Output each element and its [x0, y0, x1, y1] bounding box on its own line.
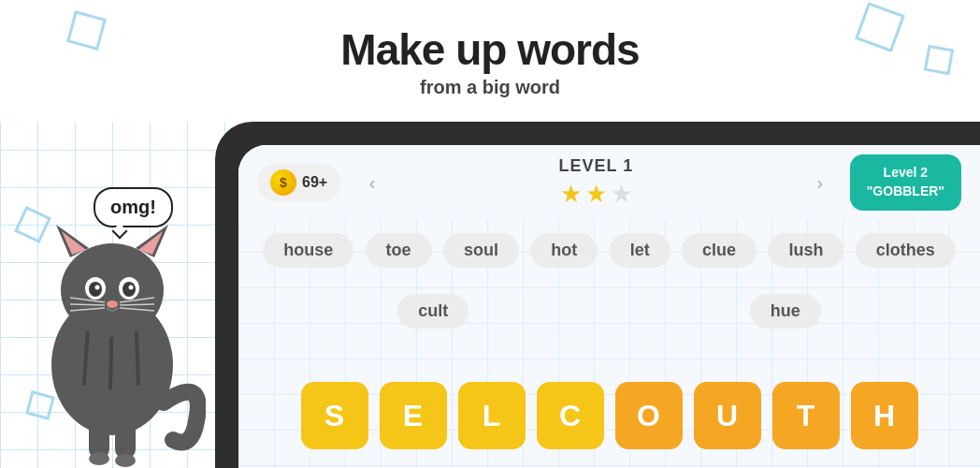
- next-level-button[interactable]: Level 2 "GOBBLER": [850, 154, 961, 210]
- svg-point-15: [107, 300, 118, 308]
- panel-header: $ 69+ ‹ LEVEL 1 ★ ★ ★ › Level 2 "GOBBLER…: [238, 145, 980, 220]
- svg-point-14: [129, 285, 134, 290]
- word-let[interactable]: let: [610, 233, 670, 268]
- star-2: ★: [585, 180, 607, 209]
- word-cult[interactable]: cult: [397, 294, 468, 329]
- coin-icon: $: [270, 169, 296, 196]
- word-lush[interactable]: lush: [768, 233, 843, 268]
- word-hot[interactable]: hot: [530, 233, 598, 268]
- stars-row: ★ ★ ★: [560, 180, 632, 209]
- word-toe[interactable]: toe: [366, 233, 432, 268]
- tile-l[interactable]: L: [458, 382, 526, 449]
- svg-point-25: [115, 454, 136, 467]
- speech-bubble: omg!: [94, 187, 173, 227]
- svg-rect-23: [115, 417, 136, 459]
- cat-container: omg!: [19, 131, 224, 468]
- tile-e[interactable]: E: [380, 382, 447, 449]
- tile-c[interactable]: C: [537, 382, 604, 449]
- level-label: LEVEL 1: [559, 156, 634, 176]
- coin-amount: 69+: [302, 174, 327, 191]
- star-3: ★: [611, 180, 632, 209]
- svg-point-24: [89, 452, 109, 465]
- svg-point-4: [61, 243, 164, 337]
- nav-left-button[interactable]: ‹: [357, 168, 387, 197]
- tiles-row: S E L C O U T H: [238, 382, 980, 449]
- speech-text: omg!: [110, 197, 156, 217]
- svg-line-17: [120, 304, 154, 305]
- words-area: house toe soul hot let clue lush clothes…: [238, 220, 980, 342]
- word-soul[interactable]: soul: [443, 233, 519, 268]
- deco-square-3: [924, 45, 954, 75]
- word-house[interactable]: house: [263, 233, 353, 268]
- level-center: LEVEL 1 ★ ★ ★: [387, 156, 805, 209]
- tile-u[interactable]: U: [694, 382, 761, 449]
- tile-t[interactable]: T: [772, 382, 840, 449]
- top-section: Make up words from a big word: [0, 0, 980, 122]
- sub-title: from a big word: [420, 77, 560, 98]
- word-clothes[interactable]: clothes: [856, 233, 956, 268]
- word-hue[interactable]: hue: [750, 294, 821, 329]
- star-1: ★: [560, 180, 582, 209]
- tile-o[interactable]: O: [615, 382, 683, 449]
- tile-s[interactable]: S: [301, 382, 368, 449]
- svg-point-11: [89, 282, 102, 297]
- coin-badge: $ 69+: [257, 164, 340, 201]
- svg-line-20: [70, 304, 105, 305]
- svg-point-13: [95, 285, 100, 290]
- word-clue[interactable]: clue: [682, 233, 757, 268]
- tile-h[interactable]: H: [851, 382, 918, 449]
- svg-point-12: [122, 282, 136, 297]
- main-title: Make up words: [340, 24, 639, 75]
- nav-right-button[interactable]: ›: [805, 168, 835, 197]
